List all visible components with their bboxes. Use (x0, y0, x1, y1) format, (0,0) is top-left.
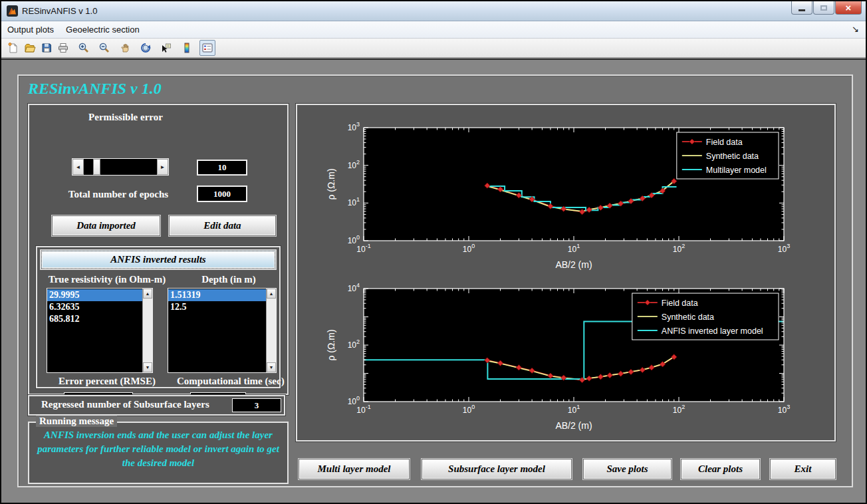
multi-layer-model-button[interactable]: Multi layer model (299, 459, 410, 479)
svg-text:102: 102 (348, 159, 360, 170)
slider-thumb[interactable] (93, 159, 100, 175)
svg-text:103: 103 (778, 243, 790, 254)
save-icon (41, 42, 53, 54)
list-item[interactable]: 12.5 (168, 301, 266, 313)
figure-toolbar (1, 39, 866, 59)
new-file-button[interactable] (5, 40, 21, 56)
edit-data-button[interactable]: Edit data (169, 215, 276, 236)
print-button[interactable] (55, 40, 71, 56)
maximize-icon (820, 5, 827, 11)
list-item[interactable]: 685.812 (47, 313, 142, 325)
results-panel: ANFIS inverted results True resistivity … (36, 246, 281, 388)
running-message-title: Running message (36, 416, 117, 427)
svg-text:Multilayer model: Multilayer model (706, 166, 767, 175)
minimize-icon (799, 9, 805, 11)
subsurface-layer-model-button[interactable]: Subsurface layer model (422, 459, 572, 479)
insert-legend-button[interactable] (199, 40, 215, 56)
controls-panel: Permissible error ◄ ► 10 Total number of… (28, 104, 289, 395)
svg-text:100: 100 (463, 243, 475, 254)
svg-text:AB/2 (m): AB/2 (m) (555, 420, 592, 431)
multilayer-model-plot: 10-1100101102103100101102103AB/2 (m)ρ (Ω… (297, 105, 833, 271)
menu-overflow-arrow-icon[interactable]: ↘ (852, 24, 859, 34)
layers-label: Regressed number of Subsurface layers (41, 399, 247, 410)
depth-listbox[interactable]: 1.51319 12.5 ▲ ▼ (168, 288, 277, 373)
pan-hand-icon (119, 42, 131, 54)
window-title-bar[interactable]: RESinvANFIS v 1.0 × (1, 1, 866, 21)
menu-item-output-plots[interactable]: Output plots (1, 22, 60, 37)
svg-text:103: 103 (348, 121, 360, 132)
svg-text:10-1: 10-1 (356, 404, 370, 415)
zoom-in-button[interactable] (76, 40, 92, 56)
data-cursor-icon (160, 42, 172, 54)
plots-panel: 10-1100101102103100101102103AB/2 (m)ρ (Ω… (296, 104, 836, 441)
resistivity-scrollbar[interactable]: ▲ ▼ (142, 289, 152, 372)
slider-track[interactable] (84, 159, 157, 175)
anfis-results-button[interactable]: ANFIS inverted results (41, 251, 275, 269)
figure-area: RESinvANFIS v 1.0 Permissible error ◄ ► … (1, 59, 866, 503)
scroll-down-icon[interactable]: ▼ (267, 362, 276, 372)
scroll-down-icon[interactable]: ▼ (143, 362, 152, 372)
matlab-icon (7, 5, 18, 17)
minimize-button[interactable] (791, 1, 812, 15)
scroll-track[interactable] (143, 299, 152, 362)
menu-item-geoelectric-section[interactable]: Geoelectric section (60, 22, 146, 37)
slider-left-arrow-icon[interactable]: ◄ (72, 159, 84, 175)
save-plots-button[interactable]: Save plots (583, 459, 672, 479)
svg-text:Field data: Field data (706, 138, 743, 147)
svg-text:103: 103 (778, 404, 790, 415)
permissible-error-slider[interactable]: ◄ ► (72, 158, 169, 176)
close-icon: × (846, 2, 852, 13)
svg-text:ρ (Ω.m): ρ (Ω.m) (326, 168, 336, 199)
svg-text:Synthetic data: Synthetic data (706, 152, 759, 161)
svg-text:10-1: 10-1 (356, 243, 370, 254)
zoom-out-icon (98, 42, 110, 54)
svg-text:Synthetic data: Synthetic data (662, 313, 714, 322)
svg-text:100: 100 (463, 404, 475, 415)
colorbar-button[interactable] (179, 40, 195, 56)
epochs-input[interactable]: 1000 (197, 186, 247, 202)
rmse-label: Error percent (RMSE) (39, 376, 176, 387)
permissible-error-input[interactable]: 10 (197, 160, 247, 176)
maximize-button[interactable] (813, 1, 834, 15)
scroll-up-icon[interactable]: ▲ (143, 289, 152, 299)
save-button[interactable] (39, 40, 55, 56)
data-cursor-button[interactable] (158, 40, 174, 56)
app-heading: RESinvANFIS v 1.0 (28, 80, 162, 98)
epochs-label: Total number of epochs (48, 189, 189, 200)
svg-text:102: 102 (673, 243, 685, 254)
running-message-panel: Running message ANFIS inversion ends and… (28, 422, 289, 484)
pan-button[interactable] (117, 40, 133, 56)
zoom-in-icon (78, 42, 90, 54)
slider-right-arrow-icon[interactable]: ► (157, 159, 168, 175)
open-file-button[interactable] (22, 40, 38, 56)
clear-plots-button[interactable]: Clear plots (681, 459, 760, 479)
svg-text:101: 101 (568, 404, 580, 415)
scroll-track[interactable] (267, 299, 276, 362)
comp-time-label: Computational time (sec) (177, 376, 281, 387)
zoom-out-button[interactable] (96, 40, 112, 56)
list-item[interactable]: 6.32635 (47, 301, 142, 313)
print-icon (57, 42, 69, 54)
svg-text:Field data: Field data (662, 299, 698, 308)
window-title: RESinvANFIS v 1.0 (22, 6, 97, 16)
running-message-text: ANFIS inversion ends and the user can ad… (33, 428, 283, 470)
list-item[interactable]: 1.51319 (168, 289, 266, 301)
rotate-3d-button[interactable] (138, 40, 154, 56)
insert-legend-icon (201, 42, 213, 54)
depth-scrollbar[interactable]: ▲ ▼ (266, 289, 276, 372)
svg-text:ρ (Ω.m): ρ (Ω.m) (326, 329, 336, 360)
exit-button[interactable]: Exit (770, 459, 836, 479)
subsurface-model-plot: 10-1100101102103100102104AB/2 (m)ρ (Ω.m)… (297, 266, 833, 432)
layers-input[interactable]: 3 (232, 398, 281, 412)
app-window: RESinvANFIS v 1.0 × Output plots Geoelec… (0, 0, 867, 504)
menu-bar: Output plots Geoelectric section ↘ (1, 21, 866, 39)
resistivity-listbox[interactable]: 29.9995 6.32635 685.812 ▲ ▼ (47, 288, 153, 373)
data-imported-button[interactable]: Data imported (52, 215, 160, 236)
close-button[interactable]: × (835, 1, 862, 15)
list-item[interactable]: 29.9995 (47, 289, 142, 301)
rotate-3d-icon (140, 42, 152, 54)
svg-text:102: 102 (673, 404, 685, 415)
resistivity-label: True resistivity (in Ohm-m) (39, 274, 176, 285)
open-file-icon (24, 42, 36, 54)
scroll-up-icon[interactable]: ▲ (267, 289, 276, 299)
